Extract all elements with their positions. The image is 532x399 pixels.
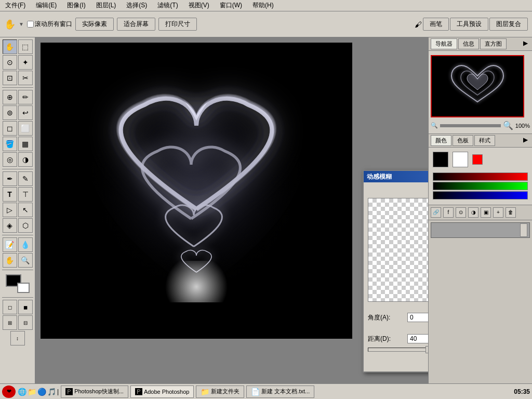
angle-input[interactable] [407, 313, 428, 322]
lasso-tool-btn[interactable]: ⊙ [3, 55, 17, 70]
menu-help[interactable]: 帮助(H) [249, 0, 277, 11]
fx-btn[interactable]: f [443, 207, 454, 218]
layer-comp-btn[interactable]: 图层复合 [489, 18, 528, 31]
magic-eraser-btn[interactable]: ⬜ [18, 121, 33, 136]
direct-select-btn[interactable]: ↖ [18, 203, 33, 217]
dialog-titlebar[interactable]: 动感模糊 ✕ [364, 171, 428, 182]
actual-pixels-btn[interactable]: 实际像素 [75, 18, 114, 31]
fit-screen-btn[interactable]: 适合屏幕 [117, 18, 155, 31]
screen-mode-btn[interactable]: ⊞ [3, 315, 17, 330]
distance-slider-thumb[interactable] [425, 346, 428, 353]
menu-view[interactable]: 视图(V) [185, 0, 212, 11]
eraser-tool-btn[interactable]: ◻ [3, 121, 17, 136]
delete-layer-btn[interactable]: 🗑 [506, 207, 516, 218]
dodge-tool-btn[interactable]: ◑ [18, 152, 33, 167]
photoshop-canvas[interactable] [41, 43, 352, 339]
path-select-btn[interactable]: ▷ [3, 203, 17, 217]
dialog-zoom-row: − 100% + [368, 187, 428, 195]
taskbar-new-folder[interactable]: 📁 新建文件夹 [196, 385, 244, 398]
menu-image[interactable]: 图像(I) [64, 0, 88, 11]
type-tool-btn[interactable]: T [3, 187, 17, 202]
ie-icon[interactable]: 🔵 [37, 388, 46, 396]
shape-tool-btn[interactable]: ◈ [3, 218, 17, 233]
notes-tool-btn[interactable]: 📝 [3, 237, 17, 252]
angle-label: 角度(A): [368, 313, 404, 322]
tab-histogram[interactable]: 直方图 [480, 38, 507, 49]
distance-slider-track[interactable] [368, 348, 428, 352]
red-slider[interactable] [433, 172, 528, 181]
bg-swatch[interactable] [453, 152, 468, 167]
blue-slider[interactable] [433, 191, 528, 200]
distance-input[interactable] [407, 334, 428, 343]
crop-tool-btn[interactable]: ⊡ [3, 71, 17, 85]
nav-zoom-icon-small: 🔍 [431, 122, 438, 129]
media-icon[interactable]: 🎵 [47, 388, 56, 396]
clone-tool-btn[interactable]: ⊚ [3, 105, 17, 120]
tab-color[interactable]: 颜色 [431, 135, 451, 146]
tab-styles[interactable]: 样式 [474, 135, 495, 146]
slice-tool-btn[interactable]: ✂ [18, 71, 33, 85]
freeform-pen-btn[interactable]: ✎ [18, 171, 33, 186]
blur-tool-btn[interactable]: ◎ [3, 152, 17, 167]
menu-layer[interactable]: 图层(L) [93, 0, 119, 11]
scroll-all-label[interactable]: 滚动所有窗口 [27, 20, 72, 29]
menu-edit[interactable]: 编辑(E) [33, 0, 60, 11]
new-layer-btn[interactable]: + [493, 207, 503, 218]
tool-divider-2 [2, 169, 33, 169]
custom-shape-btn[interactable]: ⬡ [18, 218, 33, 233]
green-slider[interactable] [433, 182, 528, 190]
print-size-btn[interactable]: 打印尺寸 [158, 18, 197, 31]
tab-swatches[interactable]: 色板 [453, 135, 473, 146]
scroll-thumb[interactable] [520, 223, 527, 237]
red-swatch[interactable] [472, 154, 483, 165]
photoshop-quick-icon: 🅿 [65, 388, 73, 396]
color-selector[interactable] [6, 274, 30, 293]
extras-btn[interactable]: ↕ [10, 331, 25, 345]
history-btn[interactable]: ↩ [18, 105, 33, 120]
tool-preset-btn[interactable]: 工具预设 [450, 18, 488, 31]
scroll-all-checkbox[interactable] [27, 21, 34, 28]
link-layers-btn[interactable]: 🔗 [431, 207, 441, 218]
gradient-tool-btn[interactable]: ▦ [18, 137, 33, 151]
group-btn[interactable]: ▣ [481, 207, 491, 218]
adjustment-btn[interactable]: ◑ [468, 207, 478, 218]
menu-window[interactable]: 窗口(W) [217, 0, 245, 11]
start-button[interactable]: ❤ [2, 385, 16, 398]
fill-tool-btn[interactable]: 🪣 [3, 137, 17, 151]
dialog-canvas-preview[interactable] [368, 198, 428, 302]
menu-filter[interactable]: 滤镜(T) [154, 0, 181, 11]
tool-divider-1 [2, 87, 33, 88]
eye-dropper-btn[interactable]: 💧 [18, 237, 33, 252]
hand-tool-icon[interactable]: ✋ [4, 19, 16, 30]
taskbar-adobe-photoshop[interactable]: 🅿 Adobe Photoshop [130, 385, 194, 398]
taskbar-photoshop-quick[interactable]: 🅿 Photoshop快速制... [61, 385, 128, 398]
menu-file[interactable]: 文件(F) [2, 0, 29, 11]
panel-options-btn[interactable]: ▶ [521, 38, 530, 49]
motion-blur-dialog: 动感模糊 ✕ − 100% + 确定 取消 预览(P) [363, 170, 428, 373]
brush-tool-btn[interactable]: ✏ [18, 90, 33, 104]
quick-mask-btn[interactable]: ◼ [18, 300, 33, 314]
tab-navigator[interactable]: 导航器 [431, 38, 457, 49]
folder-icon[interactable]: 📁 [28, 388, 36, 396]
fullscreen-btn[interactable]: ⊟ [18, 315, 33, 330]
hand-tool-btn[interactable]: ✋ [3, 253, 17, 268]
move-tool-btn[interactable]: ✋ [3, 39, 17, 54]
brush-preset-btn[interactable]: 画笔 [423, 18, 449, 31]
mask-btn[interactable]: ⊙ [456, 207, 466, 218]
browser-icon[interactable]: 🌐 [18, 388, 26, 396]
nav-preview[interactable] [431, 55, 524, 117]
zoom-tool-btn[interactable]: 🔍 [18, 253, 33, 268]
fg-swatch[interactable] [433, 152, 448, 167]
background-color[interactable] [17, 283, 30, 293]
heal-tool-btn[interactable]: ⊕ [3, 90, 17, 104]
taskbar-text-doc[interactable]: 📄 新建 文本文档.txt... [246, 385, 314, 398]
vtype-tool-btn[interactable]: ⊤ [18, 187, 33, 202]
tab-info[interactable]: 信息 [458, 38, 479, 49]
color-panel-options-btn[interactable]: ▶ [521, 135, 530, 146]
wand-tool-btn[interactable]: ⬚ [18, 39, 33, 54]
menu-select[interactable]: 选择(S) [123, 0, 150, 11]
standard-mode-btn[interactable]: ◻ [3, 300, 17, 314]
nav-zoom-slider[interactable] [440, 124, 501, 127]
pen-tool-btn[interactable]: ✒ [3, 171, 17, 186]
magic-wand-btn[interactable]: ✦ [18, 55, 33, 70]
